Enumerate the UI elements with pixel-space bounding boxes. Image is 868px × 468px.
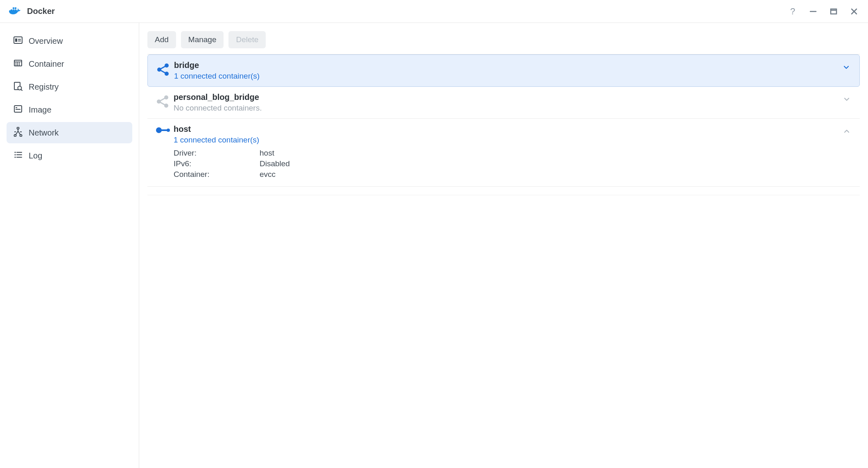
share-icon [155,94,174,111]
svg-point-20 [14,154,16,155]
detail-value: Disabled [260,159,290,168]
sidebar-item-label: Network [29,128,59,138]
host-network-icon [155,126,174,136]
svg-point-21 [14,156,16,158]
svg-point-17 [14,134,16,136]
network-list: bridge 1 connected container(s) [147,54,860,195]
svg-rect-7 [15,38,17,42]
sidebar-item-label: Overview [29,36,63,46]
network-row-body: bridge 1 connected container(s) [174,61,841,81]
network-subtitle[interactable]: 1 connected container(s) [174,136,841,145]
svg-rect-3 [13,7,14,9]
sidebar-item-image[interactable]: Image [7,99,132,120]
sidebar-item-label: Log [29,151,42,161]
svg-rect-14 [16,107,17,108]
sidebar-item-registry[interactable]: Registry [7,76,132,97]
sidebar-item-overview[interactable]: Overview [7,30,132,52]
sidebar-item-label: Container [29,59,64,69]
svg-point-16 [17,127,19,129]
docker-logo-icon [9,6,21,17]
maximize-button[interactable] [829,7,839,16]
help-button[interactable]: ? [788,7,798,16]
svg-rect-10 [14,60,22,66]
titlebar: Docker ? [0,0,868,23]
network-name: bridge [174,61,841,70]
detail-row-ipv6: IPv6: Disabled [174,159,841,168]
share-icon [155,62,174,79]
sidebar-item-label: Image [29,105,52,115]
detail-row-driver: Driver: host [174,149,841,158]
svg-point-19 [14,151,16,153]
svg-rect-15 [16,109,20,110]
log-icon [13,150,23,162]
network-details: Driver: host IPv6: Disabled Container: e… [174,149,841,179]
main-pane: Add Manage Delete bridge 1 connected con… [139,23,868,468]
chevron-up-icon[interactable] [841,128,852,134]
detail-value: evcc [260,170,276,179]
network-row-bridge[interactable]: bridge 1 connected container(s) [147,54,860,87]
network-subtitle: No connected containers. [174,104,841,113]
window-controls: ? [788,7,859,16]
network-name: host [174,124,841,134]
detail-key: Driver: [174,149,260,158]
svg-rect-30 [159,129,168,131]
sidebar-item-log[interactable]: Log [7,145,132,166]
sidebar-nav: Overview Container Registry Image [7,30,132,166]
minimize-button[interactable] [808,7,818,16]
delete-button[interactable]: Delete [228,31,266,48]
network-subtitle[interactable]: 1 connected container(s) [174,72,841,81]
svg-rect-8 [18,39,21,40]
svg-rect-9 [18,41,21,41]
sidebar: Overview Container Registry Image [0,23,139,468]
app-title: Docker [27,7,55,16]
sidebar-item-network[interactable]: Network [7,122,132,143]
network-row-personal-blog-bridge[interactable]: personal_blog_bridge No connected contai… [147,87,860,119]
content: Overview Container Registry Image [0,23,868,468]
detail-row-container: Container: evcc [174,170,841,179]
network-icon [13,127,23,139]
toolbar: Add Manage Delete [147,31,860,48]
chevron-down-icon[interactable] [841,64,852,70]
list-terminator [147,195,860,195]
sidebar-item-label: Registry [29,82,59,92]
registry-icon [13,81,23,93]
image-icon [13,104,23,116]
network-row-body: personal_blog_bridge No connected contai… [174,93,841,113]
container-icon [13,58,23,70]
detail-key: Container: [174,170,260,179]
manage-button[interactable]: Manage [181,31,224,48]
svg-rect-4 [15,7,16,9]
network-row-host[interactable]: host 1 connected container(s) Driver: ho… [147,119,860,187]
detail-key: IPv6: [174,159,260,168]
network-row-body: host 1 connected container(s) Driver: ho… [174,124,841,181]
add-button[interactable]: Add [147,31,176,48]
close-button[interactable] [849,7,859,16]
detail-value: host [260,149,274,158]
chevron-down-icon[interactable] [841,96,852,102]
titlebar-left: Docker [9,6,55,17]
svg-point-18 [20,134,22,136]
network-name: personal_blog_bridge [174,93,841,102]
sidebar-item-container[interactable]: Container [7,53,132,75]
overview-icon [13,35,23,47]
